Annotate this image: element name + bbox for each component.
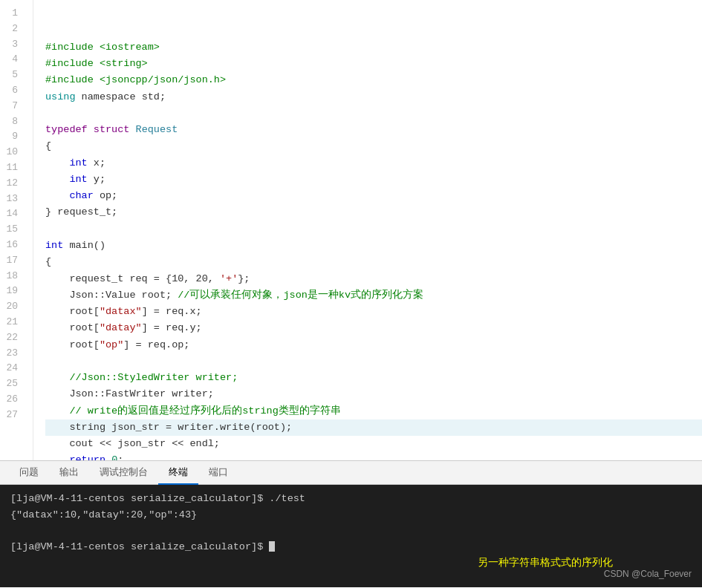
line-number-4: 4	[0, 52, 24, 68]
line-number-11: 11	[0, 160, 24, 176]
line-number-21: 21	[0, 315, 24, 330]
panel-tab-3[interactable]: 终端	[158, 461, 198, 485]
panel-tab-4[interactable]: 端口	[198, 461, 238, 485]
code-line-10: char op;	[45, 188, 702, 204]
csdn-watermark: CSDN @Cola_Foever	[604, 567, 692, 581]
terminal-cursor	[269, 541, 275, 552]
line-number-13: 13	[0, 192, 24, 207]
code-line-1: #include <iostream>	[45, 39, 702, 56]
code-line-15: request_t req = {10, 20, '+'};	[45, 271, 702, 287]
line-number-24: 24	[0, 361, 24, 376]
line-number-20: 20	[0, 299, 24, 315]
terminal-line-2: {"datax":10,"datay":20,"op":43}	[10, 507, 692, 523]
code-line-25: cout << json_str << endl;	[45, 436, 702, 452]
panel-tab-2[interactable]: 调试控制台	[89, 461, 158, 485]
code-line-8: int x;	[45, 155, 702, 172]
terminal-prompt-4: [lja@VM-4-11-centos serialize_calculator…	[10, 541, 269, 552]
code-line-18: root["datay"] = req.y;	[45, 320, 702, 336]
line-number-17: 17	[0, 253, 24, 269]
line-number-16: 16	[0, 238, 24, 253]
line-number-23: 23	[0, 346, 24, 362]
code-line-13: int main()	[45, 238, 702, 254]
code-content[interactable]: #include <iostream>#include <string>#inc…	[33, 0, 702, 460]
terminal-area[interactable]: [lja@VM-4-11-centos serialize_calculator…	[0, 485, 702, 587]
line-number-9: 9	[0, 129, 24, 145]
line-number-26: 26	[0, 392, 24, 408]
code-line-11: } request_t;	[45, 204, 702, 220]
line-number-12: 12	[0, 176, 24, 192]
code-line-19: root["op"] = req.op;	[45, 337, 702, 353]
terminal-line-1: [lja@VM-4-11-centos serialize_calculator…	[10, 491, 692, 507]
line-number-14: 14	[0, 206, 24, 222]
code-line-23: // write的返回值是经过序列化后的string类型的字符串	[45, 403, 702, 419]
panel-tab-0[interactable]: 问题	[9, 461, 49, 485]
code-line-4: using namespace std;	[45, 89, 702, 105]
line-number-3: 3	[0, 37, 24, 53]
code-line-6: typedef struct Request	[45, 122, 702, 138]
line-number-25: 25	[0, 376, 24, 392]
line-number-5: 5	[0, 68, 24, 83]
code-line-22: Json::FastWriter writer;	[45, 386, 702, 402]
line-number-2: 2	[0, 22, 24, 37]
code-line-20	[45, 353, 702, 370]
code-container: 1234567891011121314151617181920212223242…	[0, 0, 702, 460]
bottom-panel: 问题输出调试控制台终端端口 [lja@VM-4-11-centos serial…	[0, 460, 702, 588]
code-line-7: {	[45, 138, 702, 154]
line-number-7: 7	[0, 99, 24, 114]
code-line-26: return 0;	[45, 452, 702, 460]
terminal-chinese-note: 另一种字符串格式式的序列化	[478, 555, 613, 571]
code-line-5	[45, 105, 702, 122]
code-line-21: //Json::StyledWriter writer;	[45, 370, 702, 386]
line-numbers: 1234567891011121314151617181920212223242…	[0, 0, 33, 460]
editor-area: 1234567891011121314151617181920212223242…	[0, 0, 702, 460]
line-number-18: 18	[0, 269, 24, 284]
code-line-12	[45, 221, 702, 238]
line-number-15: 15	[0, 222, 24, 238]
line-number-19: 19	[0, 284, 24, 299]
code-line-17: root["datax"] = req.x;	[45, 304, 702, 320]
terminal-line-3	[10, 523, 692, 539]
line-number-1: 1	[0, 6, 24, 22]
line-number-10: 10	[0, 145, 24, 160]
code-line-16: Json::Value root; //可以承装任何对象，json是一种kv式的…	[45, 287, 702, 304]
code-line-3: #include <jsoncpp/json/json.h>	[45, 72, 702, 88]
line-number-22: 22	[0, 330, 24, 346]
panel-tab-1[interactable]: 输出	[49, 461, 89, 485]
code-line-9: int y;	[45, 172, 702, 188]
code-line-24: string json_str = writer.write(root);	[45, 419, 702, 436]
line-number-6: 6	[0, 83, 24, 99]
code-line-14: {	[45, 254, 702, 270]
code-line-2: #include <string>	[45, 56, 702, 72]
terminal-line-4: [lja@VM-4-11-centos serialize_calculator…	[10, 539, 692, 555]
panel-tabs: 问题输出调试控制台终端端口	[0, 461, 702, 485]
line-number-8: 8	[0, 114, 24, 130]
line-number-27: 27	[0, 408, 24, 423]
